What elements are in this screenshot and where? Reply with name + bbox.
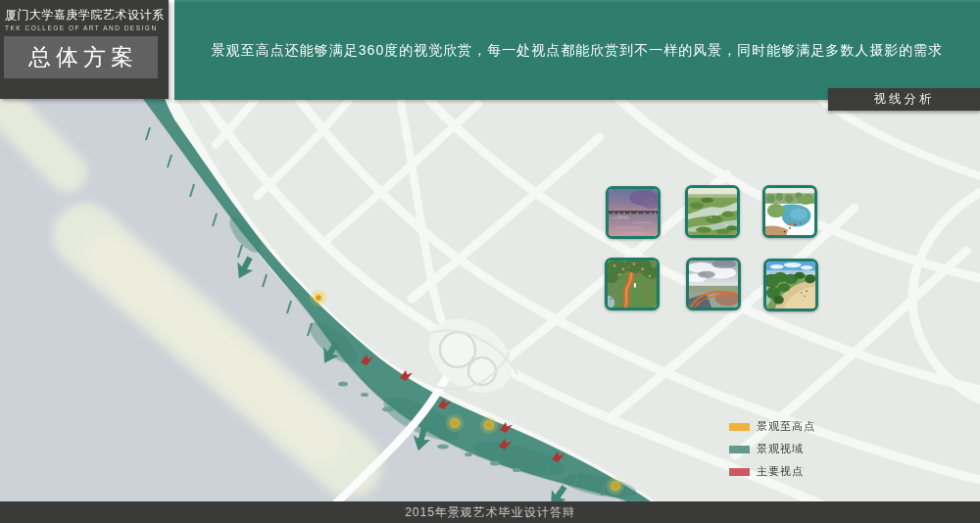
presentation-slide: 厦门大学嘉庚学院艺术设计系 TKK COLLEGE OF ART AND DES… [0, 0, 980, 523]
legend-item-highpoint: 景观至高点 [729, 419, 815, 434]
banner-text: 景观至高点还能够满足360度的视觉欣赏，每一处视点都能欣赏到不一样的风景，同时能… [212, 42, 943, 60]
analysis-tab: 视线分析 [828, 88, 980, 111]
legend-swatch-corridor [729, 446, 750, 453]
footer-text: 2015年景观艺术毕业设计答辩 [405, 504, 575, 521]
legend-swatch-viewpoint [729, 468, 750, 476]
school-name-zh: 厦门大学嘉庚学院艺术设计系 [0, 0, 169, 24]
site-plan-map [0, 98, 980, 523]
legend-label-highpoint: 景观至高点 [757, 419, 815, 434]
photo-beach-cove [763, 259, 818, 311]
map-legend: 景观至高点 景观视域 主要视点 [729, 419, 815, 487]
section-title-box: 总体方案 [4, 36, 158, 78]
legend-item-viewpoint: 主要视点 [729, 464, 815, 479]
legend-label-corridor: 景观视域 [757, 442, 804, 456]
footer-bar: 2015年景观艺术毕业设计答辩 [0, 501, 980, 523]
highpoint-marker [452, 420, 458, 426]
photo-lakeside-park [762, 185, 817, 238]
legend-swatch-highpoint [729, 423, 750, 431]
legend-item-corridor: 景观视域 [729, 442, 815, 456]
photo-wetland-channels [685, 185, 740, 238]
highpoint-marker [612, 483, 618, 489]
school-header: 厦门大学嘉庚学院艺术设计系 TKK COLLEGE OF ART AND DES… [0, 0, 169, 99]
description-banner: 景观至高点还能够满足360度的视觉欣赏，每一处视点都能欣赏到不一样的风景，同时能… [174, 0, 980, 100]
section-title: 总体方案 [24, 42, 138, 72]
school-name-en: TKK COLLEGE OF ART AND DESIGN [0, 24, 169, 31]
photo-orange-boardwalk [686, 258, 741, 310]
legend-label-viewpoint: 主要视点 [757, 464, 804, 479]
highpoint-marker [486, 422, 492, 428]
photo-flower-garden-path [605, 258, 660, 310]
photo-night-waterfront [606, 186, 661, 239]
highpoint-marker [316, 295, 321, 301]
analysis-tab-label: 视线分析 [874, 91, 935, 108]
